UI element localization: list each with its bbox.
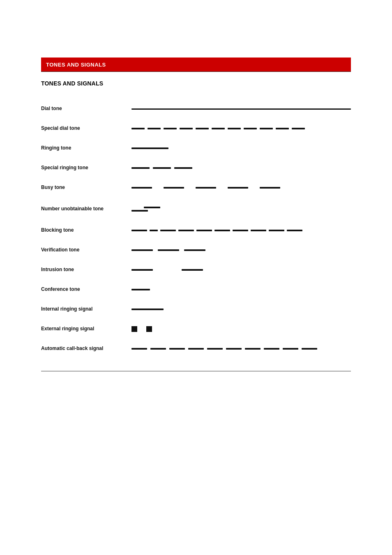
section-title: TONES AND SIGNALS	[41, 80, 351, 87]
tone-visual-busy-tone	[131, 180, 351, 195]
tone-label-automatic-call-back-signal: Automatic call-back signal	[41, 345, 131, 352]
dash	[276, 128, 289, 129]
dash	[160, 230, 176, 231]
tone-row-special-ringing-tone: Special ringing tone	[41, 158, 351, 178]
dash	[131, 147, 168, 149]
dash	[245, 348, 261, 350]
tone-visual-ringing-tone	[131, 141, 351, 156]
tone-label-conference-tone: Conference tone	[41, 286, 131, 293]
dash	[226, 348, 242, 350]
bottom-divider	[41, 371, 351, 371]
dash	[196, 230, 212, 231]
tone-visual-automatic-call-back-signal	[131, 341, 351, 356]
dash	[292, 128, 305, 129]
dash	[188, 348, 204, 350]
tone-label-special-dial-tone: Special dial tone	[41, 125, 131, 132]
dash	[131, 230, 147, 231]
tone-row-busy-tone: Busy tone	[41, 178, 351, 198]
dash	[150, 230, 158, 231]
tone-visual-internal-ringing-signal	[131, 302, 351, 317]
dash	[207, 348, 223, 350]
dash	[131, 348, 147, 350]
dash	[164, 128, 177, 129]
dash	[212, 128, 225, 129]
dash	[131, 249, 153, 251]
tone-visual-number-unobtainable-tone	[131, 202, 351, 216]
dash	[244, 128, 257, 129]
tone-visual-dial-tone	[131, 101, 351, 116]
tone-row-verification-tone: Verification tone	[41, 240, 351, 260]
dash	[131, 289, 150, 290]
dash	[131, 167, 150, 169]
dash	[174, 167, 192, 169]
dash	[131, 326, 137, 332]
dash	[260, 187, 280, 189]
dash	[287, 230, 302, 231]
dash	[251, 230, 266, 231]
dash	[196, 187, 216, 189]
tone-label-external-ringing-signal: External ringing signal	[41, 326, 131, 332]
tone-visual-verification-tone	[131, 243, 351, 258]
dash	[214, 230, 230, 231]
dash	[196, 128, 209, 129]
dash	[233, 230, 248, 231]
tone-row-dial-tone: Dial tone	[41, 99, 351, 119]
tone-row-internal-ringing-signal: Internal ringing signal	[41, 299, 351, 319]
dash	[178, 230, 194, 231]
num-unob-row-top	[131, 207, 351, 208]
tone-row-intrusion-tone: Intrusion tone	[41, 260, 351, 280]
dash	[131, 187, 152, 189]
dash	[146, 326, 152, 332]
dash	[131, 309, 164, 310]
dash	[150, 348, 166, 350]
tone-row-conference-tone: Conference tone	[41, 280, 351, 299]
tone-label-verification-tone: Verification tone	[41, 247, 131, 253]
tone-label-internal-ringing-signal: Internal ringing signal	[41, 306, 131, 313]
dash	[148, 128, 161, 129]
dash	[260, 128, 273, 129]
dash	[180, 128, 193, 129]
dash	[302, 348, 317, 350]
tone-row-number-unobtainable-tone: Number unobtainable tone	[41, 198, 351, 221]
dash	[184, 249, 205, 251]
header-divider	[41, 71, 351, 72]
tone-label-number-unobtainable-tone: Number unobtainable tone	[41, 206, 131, 212]
tone-row-automatic-call-back-signal: Automatic call-back signal	[41, 339, 351, 359]
tone-row-ringing-tone: Ringing tone	[41, 138, 351, 158]
dash	[269, 230, 284, 231]
tone-label-blocking-tone: Blocking tone	[41, 227, 131, 234]
tone-visual-conference-tone	[131, 282, 351, 297]
page-container: TONES AND SIGNALS TONES AND SIGNALS Dial…	[0, 0, 392, 396]
tone-visual-special-dial-tone	[131, 121, 351, 136]
dash	[153, 167, 171, 169]
dash	[131, 269, 153, 271]
tone-visual-special-ringing-tone	[131, 161, 351, 175]
tone-label-special-ringing-tone: Special ringing tone	[41, 165, 131, 171]
tone-visual-blocking-tone	[131, 223, 351, 238]
num-unob-row-bottom	[131, 210, 351, 212]
dash	[131, 210, 148, 212]
tone-label-ringing-tone: Ringing tone	[41, 145, 131, 152]
dash	[158, 249, 179, 251]
tone-row-external-ringing-signal: External ringing signal	[41, 319, 351, 339]
dash	[131, 108, 351, 110]
dash	[144, 207, 160, 208]
section-header-text: TONES AND SIGNALS	[46, 62, 106, 68]
tones-table: Dial tone Special dial tone	[41, 99, 351, 359]
tone-label-intrusion-tone: Intrusion tone	[41, 267, 131, 273]
tone-visual-intrusion-tone	[131, 263, 351, 277]
dash	[283, 348, 298, 350]
dash	[228, 187, 248, 189]
tone-visual-external-ringing-signal	[131, 322, 351, 336]
tone-row-special-dial-tone: Special dial tone	[41, 119, 351, 138]
dash	[264, 348, 279, 350]
dash	[169, 348, 185, 350]
dash	[228, 128, 241, 129]
tone-label-dial-tone: Dial tone	[41, 106, 131, 112]
dash	[164, 187, 184, 189]
dash	[131, 128, 145, 129]
section-header: TONES AND SIGNALS	[41, 58, 351, 71]
tone-label-busy-tone: Busy tone	[41, 184, 131, 191]
tone-row-blocking-tone: Blocking tone	[41, 221, 351, 240]
dash	[182, 269, 203, 271]
